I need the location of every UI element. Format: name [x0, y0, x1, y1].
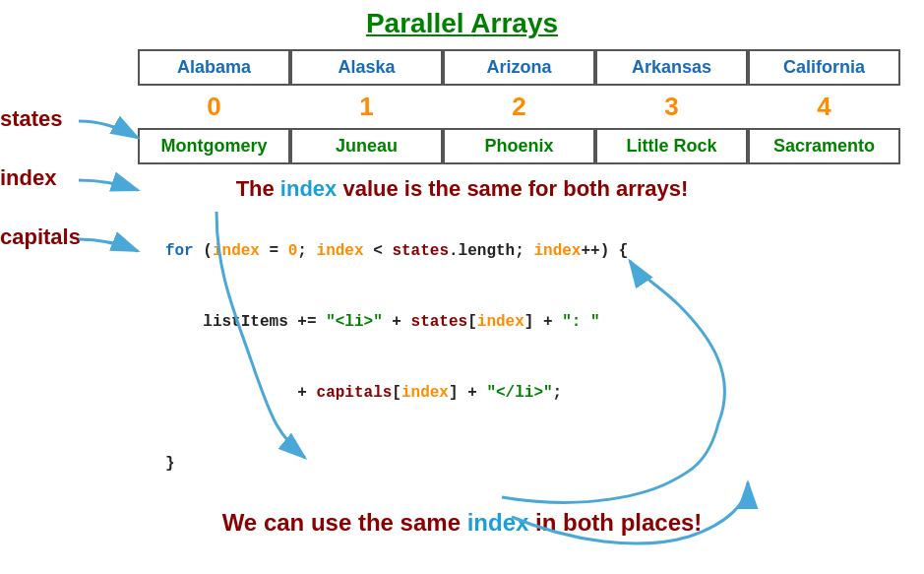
code-line-1: for (index = 0; index < states.length; i… — [128, 216, 797, 287]
capitals-array: Montgomery Juneau Phoenix Little Rock Sa… — [138, 128, 924, 164]
description-prefix: The — [236, 176, 280, 201]
capitals-label: capitals — [0, 224, 81, 250]
page-title: Parallel Arrays — [0, 0, 924, 39]
states-array: Alabama Alaska Arizona Arkansas Californ… — [138, 49, 924, 86]
index-cell-2: 2 — [443, 88, 595, 126]
bottom-suffix: in both places! — [528, 509, 702, 536]
state-cell-3: Arkansas — [595, 49, 748, 86]
capital-cell-2: Phoenix — [443, 128, 595, 164]
index-array: 0 1 2 3 4 — [138, 88, 924, 126]
bottom-prefix: We can use the same — [222, 509, 467, 536]
description-text: The index value is the same for both arr… — [0, 176, 924, 202]
state-cell-4: California — [748, 49, 900, 86]
state-cell-1: Alaska — [290, 49, 443, 86]
code-line-4: } — [128, 428, 797, 499]
index-cell-4: 4 — [748, 88, 900, 126]
description-index-word: index — [280, 176, 337, 201]
code-line-3: + capitals[index] + "</li>"; — [128, 357, 797, 428]
code-block: for (index = 0; index < states.length; i… — [128, 216, 797, 499]
capital-cell-1: Juneau — [290, 128, 443, 164]
capital-cell-0: Montgomery — [138, 128, 290, 164]
bottom-index-word: index — [467, 509, 529, 536]
index-cell-3: 3 — [595, 88, 748, 126]
index-cell-1: 1 — [290, 88, 443, 126]
code-line-2: listItems += "<li>" + states[index] + ":… — [128, 287, 797, 357]
bottom-text: We can use the same index in both places… — [0, 509, 924, 537]
index-label: index — [0, 165, 56, 191]
state-cell-2: Arizona — [443, 49, 595, 86]
index-cell-0: 0 — [138, 88, 290, 126]
state-cell-0: Alabama — [138, 49, 290, 86]
description-suffix: value is the same for both arrays! — [337, 176, 688, 201]
capital-cell-3: Little Rock — [595, 128, 748, 164]
states-label: states — [0, 106, 63, 132]
capital-cell-4: Sacramento — [748, 128, 900, 164]
